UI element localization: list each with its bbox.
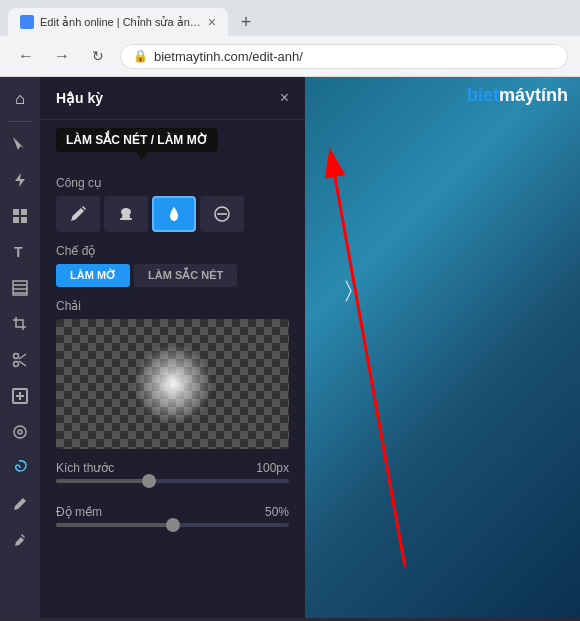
toolbar-pencil-icon[interactable] <box>4 488 36 520</box>
tool-stamp-button[interactable] <box>104 196 148 232</box>
mode-lam-mo-button[interactable]: LÀM MỜ <box>56 264 130 287</box>
svg-line-11 <box>19 354 26 359</box>
new-tab-button[interactable]: + <box>232 8 260 36</box>
cong-cu-label: Công cụ <box>56 176 289 190</box>
tab-favicon <box>20 15 34 29</box>
mode-lam-sac-net-button[interactable]: LÀM SẮC NÉT <box>134 264 237 287</box>
svg-rect-0 <box>13 209 19 215</box>
kich-thuoc-value: 100px <box>256 461 289 475</box>
chai-label: Chải <box>56 299 289 313</box>
kich-thuoc-row: Kích thước 100px <box>56 461 289 475</box>
do-mem-label: Độ mềm <box>56 505 102 519</box>
do-mem-value: 50% <box>265 505 289 519</box>
toolbar-crop-icon[interactable] <box>4 308 36 340</box>
size-slider-fill <box>56 479 149 483</box>
toolbar-circle-icon[interactable] <box>4 416 36 448</box>
back-button[interactable]: ← <box>12 42 40 70</box>
do-mem-section: Độ mềm 50% <box>40 501 305 545</box>
tooltip-arrow <box>136 152 148 160</box>
tool-pencil-button[interactable] <box>56 196 100 232</box>
svg-rect-2 <box>13 217 19 223</box>
toolbar-hatch-icon[interactable] <box>4 272 36 304</box>
bietmaytinh-logo: bietmáytính <box>467 85 568 106</box>
softness-slider-track[interactable] <box>56 523 289 527</box>
toolbar-grid-icon[interactable] <box>4 200 36 232</box>
toolbar-spiral-icon[interactable] <box>4 452 36 484</box>
svg-rect-20 <box>120 218 132 220</box>
browser-tab[interactable]: Edit ảnh online | Chỉnh sửa ảnh t × <box>8 8 228 36</box>
logo-biet: biet <box>467 85 499 105</box>
panel-title: Hậu kỳ <box>56 90 103 106</box>
tool-blur-button[interactable] <box>152 196 196 232</box>
brush-canvas <box>56 319 289 449</box>
softness-slider-thumb[interactable] <box>166 518 180 532</box>
tools-row <box>56 196 289 232</box>
toolbar-home-icon[interactable]: ⌂ <box>4 83 36 115</box>
svg-point-16 <box>14 426 26 438</box>
svg-point-10 <box>14 362 19 367</box>
address-bar: ← → ↻ 🔒 bietmaytinh.com/edit-anh/ <box>0 36 580 77</box>
panel-header: Hậu kỳ × <box>40 77 305 120</box>
svg-rect-3 <box>21 217 27 223</box>
svg-text:T: T <box>14 244 23 260</box>
do-mem-row: Độ mềm 50% <box>56 505 289 519</box>
url-text: bietmaytinh.com/edit-anh/ <box>154 49 303 64</box>
che-do-label: Chế độ <box>56 244 289 258</box>
svg-point-9 <box>14 354 19 359</box>
size-slider-track[interactable] <box>56 479 289 483</box>
main-area: ⌂ T <box>0 77 580 618</box>
browser-chrome: Edit ảnh online | Chỉnh sửa ảnh t × + ← … <box>0 0 580 77</box>
size-slider-thumb[interactable] <box>142 474 156 488</box>
kich-thuoc-label: Kích thước <box>56 461 114 475</box>
che-do-section: Chế độ LÀM MỜ LÀM SẮC NÉT <box>40 240 305 295</box>
left-toolbar: ⌂ T <box>0 77 40 618</box>
brush-glow <box>133 344 213 424</box>
lock-icon: 🔒 <box>133 49 148 63</box>
tab-title: Edit ảnh online | Chỉnh sửa ảnh t <box>40 16 202 29</box>
panel-close-button[interactable]: × <box>280 89 289 107</box>
toolbar-lightning-icon[interactable] <box>4 164 36 196</box>
svg-rect-1 <box>21 209 27 215</box>
toolbar-scissors-icon[interactable] <box>4 344 36 376</box>
toolbar-separator-1 <box>8 121 32 122</box>
softness-slider-fill <box>56 523 173 527</box>
toolbar-plus-icon[interactable] <box>4 380 36 412</box>
toolbar-pen-icon[interactable] <box>4 524 36 556</box>
logo-maytinh: máytính <box>499 85 568 105</box>
panel: Hậu kỳ × LÀM SẮC NÉT / LÀM MỜ Công cụ <box>40 77 305 618</box>
tool-eraser-button[interactable] <box>200 196 244 232</box>
svg-rect-19 <box>122 215 130 218</box>
tab-close-button[interactable]: × <box>208 14 216 30</box>
forward-button[interactable]: → <box>48 42 76 70</box>
chai-section: Chải <box>40 295 305 457</box>
tooltip-wrapper: LÀM SẮC NÉT / LÀM MỜ <box>56 128 289 160</box>
right-area: bietmáytính 〉 <box>305 77 580 618</box>
svg-point-18 <box>121 208 131 216</box>
svg-point-17 <box>18 430 22 434</box>
toolbar-select-icon[interactable] <box>4 128 36 160</box>
cong-cu-section: Công cụ <box>40 168 305 240</box>
svg-line-12 <box>19 361 26 366</box>
tab-bar: Edit ảnh online | Chỉnh sửa ảnh t × + <box>0 0 580 36</box>
toolbar-text-icon[interactable]: T <box>4 236 36 268</box>
refresh-button[interactable]: ↻ <box>84 42 112 70</box>
kich-thuoc-section: Kích thước 100px <box>40 457 305 501</box>
bg-image <box>305 77 580 618</box>
url-bar[interactable]: 🔒 bietmaytinh.com/edit-anh/ <box>120 44 568 69</box>
mode-row: LÀM MỜ LÀM SẮC NÉT <box>56 264 289 287</box>
tooltip-box: LÀM SẮC NÉT / LÀM MỜ <box>56 128 218 152</box>
